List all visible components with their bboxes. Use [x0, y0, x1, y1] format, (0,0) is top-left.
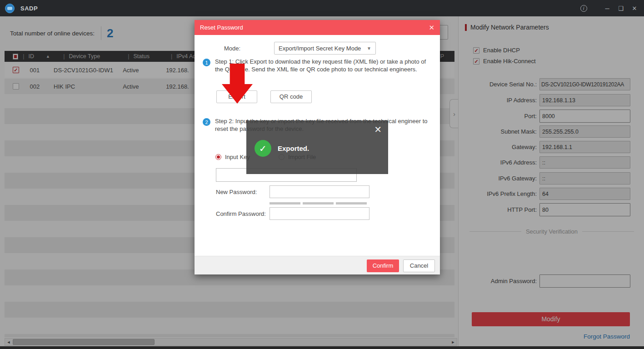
step1-badge: 1: [203, 59, 210, 66]
confirm-password-row: Confirm Password:: [216, 207, 369, 220]
sadp-window: SADP i ─ ❑ ✕ Total number of online devi…: [0, 0, 644, 349]
exported-toast: ✕ ✓ Exported.: [246, 120, 388, 174]
toast-close-icon[interactable]: ✕: [374, 124, 382, 135]
step1-instructions: Step 1: Click Export to download the key…: [215, 58, 432, 73]
maximize-button[interactable]: ❑: [614, 1, 628, 15]
info-icon: i: [580, 5, 587, 12]
dialog-footer: Confirm Cancel: [195, 256, 440, 274]
success-check-icon: ✓: [255, 140, 271, 157]
mode-row: Mode: Export/Import Secret Key Mode ▼: [224, 42, 376, 55]
app-title: SADP: [20, 5, 38, 12]
new-password-row: New Password:: [216, 185, 369, 198]
step2-badge: 2: [203, 118, 210, 126]
input-key-radio[interactable]: [215, 154, 221, 160]
confirm-button[interactable]: Confirm: [367, 259, 399, 272]
qr-code-button[interactable]: QR code: [270, 90, 312, 103]
mode-label: Mode:: [224, 45, 274, 52]
toast-message: Exported.: [278, 145, 309, 152]
minimize-button[interactable]: ─: [600, 1, 614, 15]
info-button[interactable]: i: [577, 1, 590, 15]
confirm-password-label: Confirm Password:: [216, 210, 270, 217]
new-password-field[interactable]: [270, 185, 369, 198]
app-area: Total number of online devices: 2 | ID ▲…: [0, 16, 644, 349]
close-dialog-icon[interactable]: ✕: [429, 24, 434, 32]
chevron-down-icon: ▼: [367, 46, 371, 51]
close-window-button[interactable]: ✕: [628, 1, 641, 15]
cancel-button[interactable]: Cancel: [403, 259, 435, 272]
title-bar: SADP i ─ ❑ ✕: [0, 0, 644, 16]
confirm-password-field[interactable]: [270, 207, 369, 220]
password-strength-meter: [270, 202, 367, 204]
new-password-label: New Password:: [216, 189, 270, 195]
dialog-header: Reset Password ✕: [195, 20, 440, 35]
sadp-logo-icon: [5, 4, 15, 13]
dialog-title: Reset Password: [200, 24, 243, 31]
mode-dropdown[interactable]: Export/Import Secret Key Mode ▼: [274, 42, 376, 55]
